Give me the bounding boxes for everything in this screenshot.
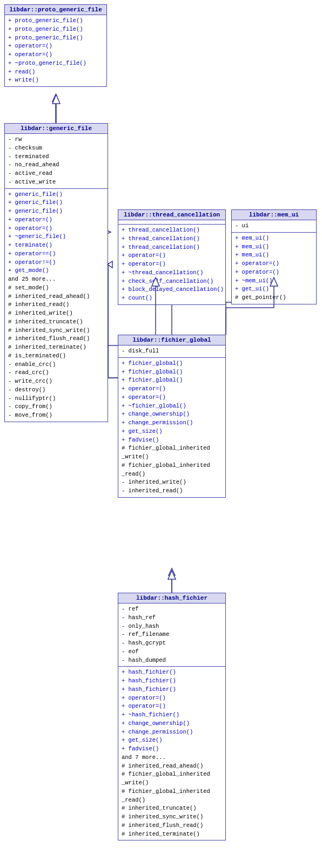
mem-ui-methods: + mem_ui() + mem_ui() + mem_ui() + opera… (232, 233, 316, 304)
thread-cancellation-methods: + thread_cancellation() + thread_cancell… (118, 225, 225, 304)
svg-marker-16 (168, 571, 176, 579)
svg-marker-1 (52, 94, 59, 101)
svg-marker-8 (169, 568, 175, 575)
mem-ui-title: libdar::mem_ui (232, 210, 316, 220)
generic-file-title: libdar::generic_file (5, 124, 108, 134)
hash-fichier-fields: - ref - hash_ref - only_hash - ref_filen… (118, 603, 225, 667)
hash-fichier-methods: + hash_fichier() + hash_fichier() + hash… (118, 667, 225, 840)
mem-ui-fields: - ui (232, 220, 316, 233)
thread-cancellation-empty (118, 220, 225, 225)
thread-cancellation-title: libdar::thread_cancellation (118, 210, 225, 220)
hash-fichier-title: libdar::hash_fichier (118, 593, 225, 603)
diagram-container: libdar::proto_generic_file + proto_gener… (0, 0, 322, 868)
fichier-global-box: libdar::fichier_global - disk_full + fic… (118, 335, 226, 498)
generic-file-fields: - rw - checksum - terminated - no_read_a… (5, 134, 108, 189)
fichier-global-methods: + fichier_global() + fichier_global() + … (118, 358, 225, 497)
proto-generic-file-title: libdar::proto_generic_file (5, 5, 106, 15)
svg-marker-11 (108, 261, 112, 268)
svg-marker-10 (52, 94, 60, 104)
generic-file-methods: + generic_file() + generic_file() + gene… (5, 189, 108, 422)
hash-fichier-box: libdar::hash_fichier - ref - hash_ref - … (118, 593, 226, 840)
fichier-global-title: libdar::fichier_global (118, 335, 225, 345)
proto-generic-file-box: libdar::proto_generic_file + proto_gener… (4, 4, 107, 87)
generic-file-box: libdar::generic_file - rw - checksum - t… (4, 123, 108, 422)
thread-cancellation-box: libdar::thread_cancellation + thread_can… (118, 209, 226, 305)
fichier-global-fields: - disk_full (118, 345, 225, 358)
proto-generic-file-members: + proto_generic_file() + proto_generic_f… (5, 15, 106, 86)
mem-ui-box: libdar::mem_ui - ui + mem_ui() + mem_ui(… (231, 209, 317, 304)
